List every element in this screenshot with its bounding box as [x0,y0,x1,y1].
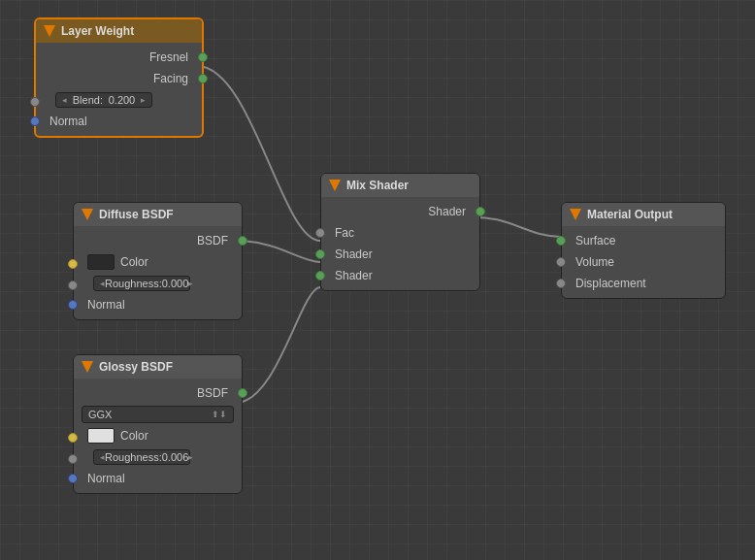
glossy-normal-label: Normal [87,472,125,485]
mix-shader-output-socket[interactable] [476,207,485,216]
glossy-bsdf-node: Glossy BSDF BSDF GGX ⬆⬇ Color ◂ Roughnes… [73,354,243,494]
glossy-roughness-input[interactable]: ◂ Roughness: 0.006 ▸ [93,449,190,465]
glossy-bsdf-body: BSDF GGX ⬆⬇ Color ◂ Roughness: 0.006 ▸ [74,379,242,493]
glossy-color-swatch[interactable] [87,428,115,444]
diffuse-bsdf-output-label: BSDF [197,234,228,247]
node-collapse-icon[interactable] [44,25,55,37]
glossy-normal-row: Normal [74,468,242,489]
diffuse-roughness-value: 0.000 [162,278,189,289]
glossy-bsdf-output-row: BSDF [74,382,242,404]
facing-socket[interactable] [198,74,208,83]
glossy-roughness-arrow-right: ▸ [188,452,193,462]
glossy-distribution-value: GGX [88,409,112,420]
normal-label: Normal [49,115,87,128]
material-displacement-label: Displacement [575,277,646,290]
normal-socket[interactable] [30,116,40,126]
mix-fac-socket[interactable] [315,228,325,238]
layer-weight-body: Fresnel Facing ◂ Blend: 0.200 ▸ Normal [36,43,202,136]
material-output-title: Material Output [587,208,673,221]
diffuse-roughness-label: Roughness: [105,278,162,289]
mix-shader1-row: Shader [321,244,479,265]
glossy-normal-socket[interactable] [68,474,78,483]
mix-shader1-socket[interactable] [315,249,325,259]
glossy-bsdf-socket[interactable] [238,388,247,398]
material-volume-row: Volume [562,251,725,273]
layer-weight-title: Layer Weight [61,24,134,38]
glossy-color-row: Color [74,425,242,446]
facing-output-row: Facing [36,68,202,89]
mix-collapse-icon[interactable] [329,180,341,191]
blend-arrow-left: ◂ [62,95,67,105]
blend-input[interactable]: ◂ Blend: 0.200 ▸ [55,92,152,108]
facing-label: Facing [153,72,188,85]
material-output-body: Surface Volume Displacement [562,226,725,298]
fresnel-label: Fresnel [149,50,188,64]
diffuse-normal-socket[interactable] [68,300,78,310]
mix-shader-node: Mix Shader Shader Fac Shader Shader [320,173,480,291]
diffuse-bsdf-title: Diffuse BSDF [99,208,174,221]
dropdown-arrow-icon: ⬆⬇ [212,410,227,419]
mix-shader2-socket[interactable] [315,271,325,280]
mix-shader2-label: Shader [335,269,373,282]
glossy-collapse-icon[interactable] [82,361,93,373]
mix-shader-output-row: Shader [321,201,479,222]
blend-label: Blend: [73,94,103,106]
material-volume-socket[interactable] [556,257,566,267]
glossy-distribution-dropdown[interactable]: GGX ⬆⬇ [82,406,234,423]
material-displacement-socket[interactable] [556,279,566,288]
material-output-collapse-icon[interactable] [570,209,581,220]
layer-weight-header: Layer Weight [36,19,202,43]
diffuse-bsdf-output-row: BSDF [74,230,242,251]
glossy-roughness-row: ◂ Roughness: 0.006 ▸ [74,446,242,468]
diffuse-roughness-input[interactable]: ◂ Roughness: 0.000 ▸ [93,276,190,291]
diffuse-color-label: Color [120,255,148,269]
diffuse-collapse-icon[interactable] [82,209,93,220]
mix-shader1-label: Shader [335,247,373,261]
mix-fac-label: Fac [335,226,354,240]
glossy-color-socket[interactable] [68,433,78,443]
diffuse-color-row: Color [74,251,242,273]
diffuse-normal-row: Normal [74,294,242,315]
glossy-roughness-label: Roughness: [105,451,162,463]
blend-arrow-right: ▸ [141,95,146,105]
mix-shader-output-label: Shader [428,205,466,218]
mix-shader-title: Mix Shader [346,179,409,192]
normal-row: Normal [36,111,202,132]
blend-input-socket[interactable] [30,97,40,107]
fresnel-socket[interactable] [198,52,208,62]
diffuse-roughness-socket[interactable] [68,280,78,290]
material-surface-row: Surface [562,230,725,251]
diffuse-bsdf-header: Diffuse BSDF [74,203,242,226]
diffuse-roughness-arrow-right: ▸ [188,279,193,288]
material-volume-label: Volume [575,255,614,269]
material-surface-socket[interactable] [556,236,566,246]
glossy-bsdf-output-label: BSDF [197,386,228,400]
material-surface-label: Surface [575,234,615,247]
diffuse-bsdf-socket[interactable] [238,236,247,246]
diffuse-roughness-row: ◂ Roughness: 0.000 ▸ [74,273,242,294]
diffuse-bsdf-node: Diffuse BSDF BSDF Color ◂ Roughness: 0.0… [73,202,243,320]
mix-fac-row: Fac [321,222,479,244]
glossy-roughness-value: 0.006 [162,451,189,463]
fresnel-output-row: Fresnel [36,47,202,68]
mix-shader-body: Shader Fac Shader Shader [321,197,479,290]
diffuse-normal-label: Normal [87,298,125,312]
material-output-header: Material Output [562,203,725,226]
blend-field-row: ◂ Blend: 0.200 ▸ [36,89,202,111]
material-displacement-row: Displacement [562,273,725,294]
layer-weight-node: Layer Weight Fresnel Facing ◂ Blend: 0.2… [34,17,204,138]
glossy-bsdf-header: Glossy BSDF [74,355,242,379]
material-output-node: Material Output Surface Volume Displacem… [561,202,726,299]
blend-value: 0.200 [109,94,136,106]
mix-shader2-row: Shader [321,265,479,286]
diffuse-color-swatch[interactable] [87,254,115,270]
glossy-roughness-socket[interactable] [68,454,78,464]
glossy-bsdf-title: Glossy BSDF [99,360,173,374]
glossy-color-label: Color [120,429,148,443]
diffuse-color-socket[interactable] [68,259,78,269]
mix-shader-header: Mix Shader [321,174,479,197]
diffuse-bsdf-body: BSDF Color ◂ Roughness: 0.000 ▸ Normal [74,226,242,319]
